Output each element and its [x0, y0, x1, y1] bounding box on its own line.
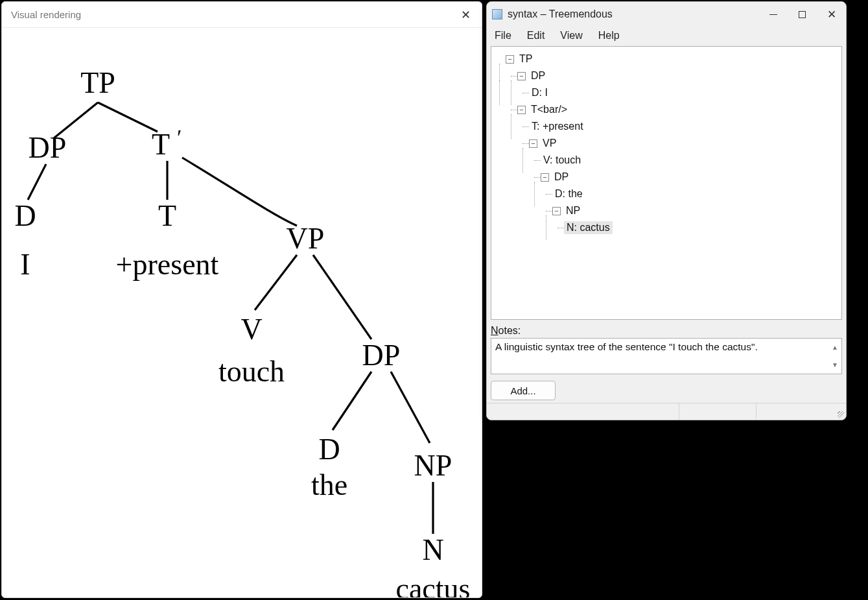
close-icon: ✕ — [461, 8, 471, 22]
svg-line-5 — [333, 372, 371, 430]
title-treemendous: syntax – Treemendous — [508, 8, 613, 20]
tree-item-label: VP — [540, 137, 559, 150]
node-I: I — [20, 248, 30, 281]
svg-line-2 — [28, 164, 46, 200]
tree-item-label: TP — [517, 53, 535, 66]
maximize-icon — [799, 11, 806, 18]
tree-item-label: T: +present — [529, 120, 586, 133]
spinner-up[interactable]: ▲ — [828, 339, 841, 356]
statusbar — [487, 403, 846, 420]
tree-item-t-present[interactable]: T: +present — [494, 118, 839, 135]
svg-line-6 — [391, 372, 430, 443]
close-icon: ✕ — [827, 9, 836, 20]
node-Tbar: T — [152, 128, 170, 161]
node-D1: D — [14, 199, 36, 232]
node-N: N — [422, 533, 443, 566]
expand-toggle[interactable]: − — [552, 207, 561, 215]
notes-label: Notes: — [491, 324, 842, 338]
node-D2: D — [318, 433, 340, 466]
notes-area: Notes: A linguistic syntax tree of the s… — [487, 324, 846, 377]
tree-item-tp[interactable]: − TP — [494, 51, 839, 67]
status-cell — [756, 403, 833, 420]
node-cactus: cactus — [396, 572, 471, 597]
node-Tbar-prime: ′ — [177, 125, 182, 149]
expand-toggle[interactable]: − — [506, 55, 514, 64]
spinner-down[interactable]: ▼ — [828, 356, 841, 374]
titlebar-treemendous[interactable]: syntax – Treemendous ✕ — [487, 2, 846, 27]
maximize-button[interactable] — [788, 3, 817, 26]
titlebar-visual-rendering[interactable]: Visual rendering ✕ — [2, 2, 482, 28]
node-touch: touch — [218, 355, 285, 388]
tree-item-v-touch[interactable]: V: touch — [494, 152, 839, 169]
close-button-right[interactable]: ✕ — [817, 3, 846, 26]
app-icon — [492, 9, 502, 19]
expand-toggle[interactable]: − — [529, 139, 537, 148]
menu-view[interactable]: View — [560, 30, 582, 42]
expand-toggle[interactable]: − — [541, 173, 549, 182]
svg-line-4 — [313, 255, 371, 339]
svg-line-1 — [98, 102, 158, 132]
tree-item-label: D: I — [529, 86, 550, 99]
expand-toggle[interactable]: − — [517, 106, 526, 114]
minimize-icon — [769, 14, 777, 15]
tree-item-label: T<bar/> — [528, 103, 570, 116]
add-bar: Add... — [487, 377, 846, 403]
menu-help[interactable]: Help — [598, 30, 620, 42]
tree-item-label: DP — [528, 69, 548, 82]
title-visual-rendering: Visual rendering — [11, 9, 81, 20]
notes-text: A linguistic syntax tree of the sentence… — [495, 341, 758, 352]
minimize-button[interactable] — [758, 3, 788, 26]
svg-line-3 — [255, 255, 297, 310]
menubar: File Edit View Help — [487, 27, 846, 45]
resize-grip[interactable] — [833, 403, 846, 420]
expand-toggle[interactable]: − — [517, 72, 526, 80]
node-VP: VP — [287, 222, 325, 255]
node-V: V — [240, 313, 262, 346]
tree-view[interactable]: − TP − DP D: I − T<bar/> — [491, 46, 842, 320]
node-DP1: DP — [29, 131, 67, 164]
tree-item-d-the[interactable]: D: the — [494, 186, 839, 202]
close-button-left[interactable]: ✕ — [451, 3, 480, 27]
status-cell — [679, 403, 756, 420]
tree-item-label: D: the — [552, 187, 585, 200]
tree-item-tbar[interactable]: − T<bar/> — [494, 101, 839, 118]
tree-item-dp1[interactable]: − DP — [494, 67, 839, 84]
tree-item-label: DP — [552, 171, 571, 184]
tree-item-vp[interactable]: − VP — [494, 135, 839, 152]
notes-textarea[interactable]: A linguistic syntax tree of the sentence… — [491, 338, 842, 374]
window-treemendous: syntax – Treemendous ✕ File Edit View He… — [486, 1, 847, 420]
window-visual-rendering: Visual rendering ✕ TP DP D — [1, 1, 482, 598]
node-T: T — [158, 199, 176, 232]
tree-item-d-i[interactable]: D: I — [494, 84, 839, 101]
node-NP: NP — [414, 449, 452, 482]
tree-item-label: N: cactus — [564, 221, 613, 234]
add-button[interactable]: Add... — [491, 381, 556, 400]
status-cell — [487, 403, 679, 420]
tree-item-dp2[interactable]: − DP — [494, 169, 839, 186]
diagram-canvas: TP DP D I T ′ T +present VP V touch DP D… — [2, 28, 482, 597]
menu-edit[interactable]: Edit — [527, 30, 545, 42]
node-the: the — [311, 468, 347, 501]
tree-item-label: V: touch — [541, 154, 583, 167]
menu-file[interactable]: File — [495, 30, 511, 42]
node-DP2: DP — [362, 339, 401, 372]
tree-item-n-cactus[interactable]: N: cactus — [494, 219, 839, 236]
notes-spinner: ▲ ▼ — [828, 339, 841, 374]
node-present: +present — [116, 248, 219, 281]
node-TP: TP — [80, 66, 115, 99]
tree-item-label: NP — [563, 204, 583, 217]
